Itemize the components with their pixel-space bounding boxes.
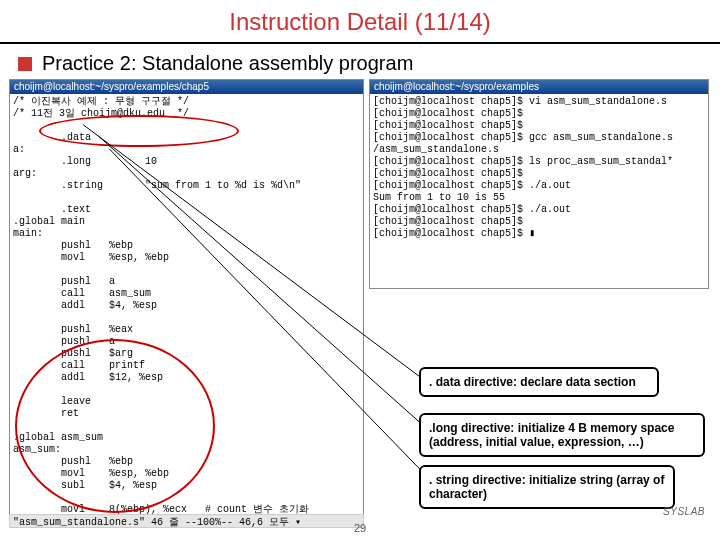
bullet-text: Practice 2: Standalone assembly program	[42, 52, 413, 75]
callout-string-text: . string directive: initialize string (a…	[429, 473, 664, 501]
lab-logo: SYSLAB	[663, 506, 705, 517]
terminal-right: choijm@localhost:~/syspro/examples [choi…	[369, 79, 709, 289]
callout-long-text: .long directive: initialize 4 B memory s…	[429, 421, 674, 449]
page-number: 29	[354, 522, 366, 534]
highlight-ring-text	[15, 339, 215, 513]
title-rule	[0, 42, 720, 44]
bullet-icon	[18, 57, 32, 71]
terminal-left-title: choijm@localhost:~/syspro/examples/chap5	[10, 80, 363, 94]
screenshot-area: choijm@localhost:~/syspro/examples/chap5…	[8, 78, 712, 528]
highlight-ring-data	[39, 115, 239, 147]
terminal-right-title: choijm@localhost:~/syspro/examples	[370, 80, 708, 94]
slide-title: Instruction Detail (11/14)	[0, 0, 720, 40]
bullet-row: Practice 2: Standalone assembly program	[0, 52, 720, 75]
editor-statusbar: "asm_sum_standalone.s" 46 줄 --100%-- 46,…	[9, 514, 364, 528]
callout-string-directive: . string directive: initialize string (a…	[419, 465, 675, 509]
shell-output: [choijm@localhost chap5]$ vi asm_sum_sta…	[370, 94, 708, 242]
callout-data-text: . data directive: declare data section	[429, 375, 636, 389]
callout-data-directive: . data directive: declare data section	[419, 367, 659, 397]
callout-long-directive: .long directive: initialize 4 B memory s…	[419, 413, 705, 457]
